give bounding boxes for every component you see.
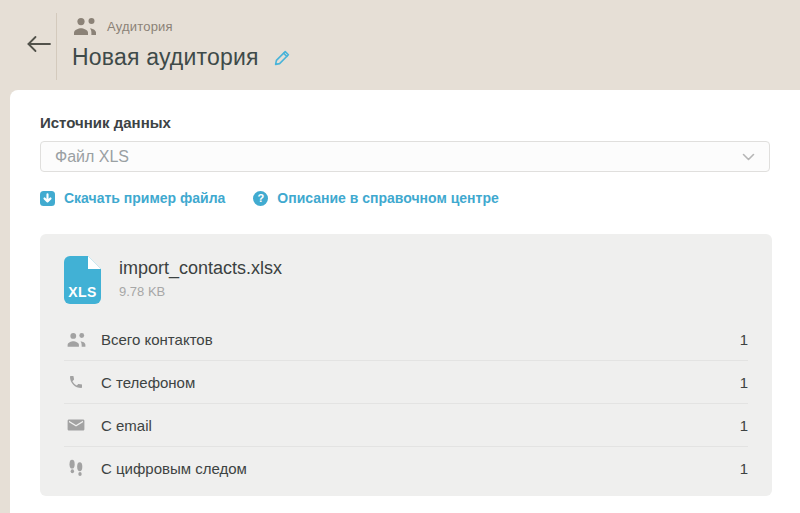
title-row: Новая аудитория [72,44,291,71]
file-meta: import_contacts.xlsx 9.78 KB [119,256,282,304]
stats-row-label: Всего контактов [101,331,740,348]
people-icon [72,17,98,35]
stats-row-value: 1 [740,331,748,348]
download-sample-link[interactable]: Скачать пример файла [40,190,225,206]
file-name: import_contacts.xlsx [119,258,282,279]
stats-row-with-phone: С телефоном 1 [64,360,748,403]
question-circle-icon: ? [253,191,268,206]
people-icon [64,332,88,347]
stats-row-digital-footprint: С цифровым следом 1 [64,446,748,489]
source-select-value: Файл XLS [55,148,129,166]
help-center-label: Описание в справочном центре [277,190,498,206]
footprints-icon [64,459,88,478]
back-arrow-icon [26,41,52,56]
pencil-icon[interactable] [274,49,291,66]
source-select[interactable]: Файл XLS [40,141,770,172]
content-card: Источник данных Файл XLS Скачать пример … [10,90,800,513]
header-divider [56,13,57,80]
header-text: Аудитория Новая аудитория [72,17,291,71]
stats-list: Всего контактов 1 С телефоном 1 [64,318,748,489]
stats-row-value: 1 [740,417,748,434]
xls-badge: XLS [64,284,101,300]
stats-row-with-email: С email 1 [64,403,748,446]
stats-row-label: С телефоном [101,374,740,391]
email-icon [64,418,88,432]
header: Аудитория Новая аудитория [0,0,800,90]
file-import-panel: XLS import_contacts.xlsx 9.78 KB Всего к… [40,234,772,496]
stats-row-label: С цифровым следом [101,460,740,477]
stats-row-total-contacts: Всего контактов 1 [64,318,748,360]
download-sample-label: Скачать пример файла [64,190,225,206]
audience-import-page: { "header": { "breadcrumb": "Аудитория",… [0,0,800,513]
chevron-down-icon [742,153,755,161]
download-icon [40,191,55,206]
help-center-link[interactable]: ? Описание в справочном центре [253,190,498,206]
file-header: XLS import_contacts.xlsx 9.78 KB [40,234,772,318]
xls-file-icon: XLS [64,256,101,304]
stats-row-value: 1 [740,460,748,477]
links-row: Скачать пример файла ? Описание в справо… [40,190,800,206]
source-label: Источник данных [40,114,800,131]
phone-icon [64,374,88,390]
back-button[interactable] [22,32,56,58]
stats-row-label: С email [101,417,740,434]
file-size: 9.78 KB [119,284,282,299]
stats-row-value: 1 [740,374,748,391]
breadcrumb: Аудитория [72,17,291,35]
breadcrumb-label: Аудитория [107,19,173,34]
page-title: Новая аудитория [72,44,259,71]
